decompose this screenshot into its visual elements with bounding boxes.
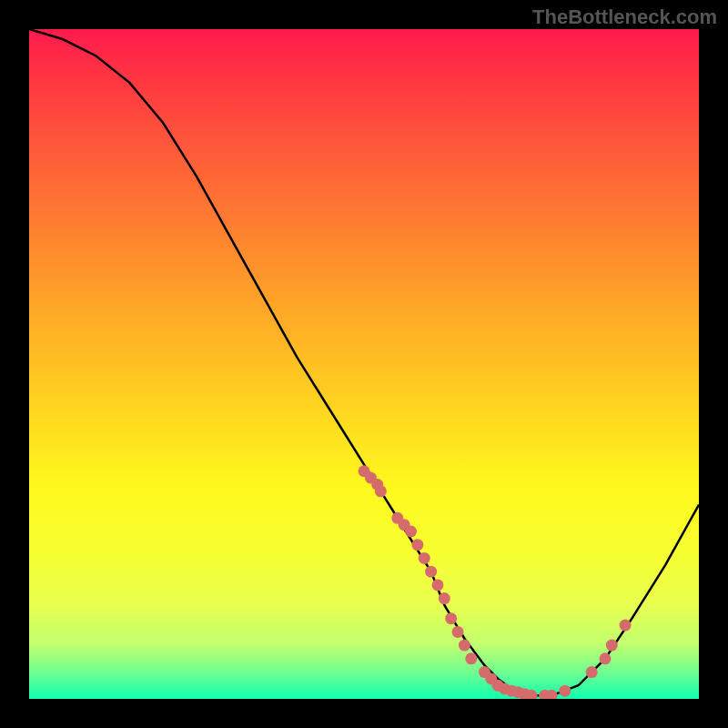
data-point <box>419 552 430 564</box>
data-point <box>439 592 450 604</box>
data-point <box>431 579 443 591</box>
watermark-text: TheBottleneck.com <box>532 5 717 29</box>
data-point <box>586 666 598 678</box>
data-point <box>445 612 457 624</box>
chart-svg <box>29 29 699 699</box>
data-point <box>559 685 571 697</box>
data-point <box>405 526 417 538</box>
bottleneck-curve <box>29 29 699 695</box>
data-point <box>599 652 611 664</box>
data-point <box>459 640 470 652</box>
data-point <box>375 485 387 497</box>
data-point <box>465 652 477 664</box>
data-point <box>606 640 618 652</box>
plot-area <box>29 29 699 699</box>
data-point <box>452 626 464 638</box>
data-point <box>425 566 437 578</box>
data-points <box>359 465 632 699</box>
data-point <box>411 539 423 551</box>
data-point <box>620 620 632 632</box>
